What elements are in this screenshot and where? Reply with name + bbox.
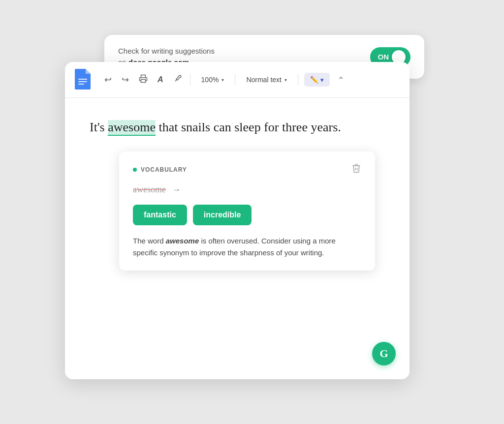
- highlighted-word: awesome: [108, 120, 156, 136]
- suggestion-header: VOCABULARY: [133, 163, 361, 176]
- svg-rect-1: [78, 81, 87, 82]
- document-text: It's awesome that snails can sleep for t…: [90, 118, 385, 137]
- style-arrow-icon: ▾: [284, 77, 287, 83]
- doc-content: It's awesome that snails can sleep for t…: [65, 98, 410, 379]
- svg-rect-2: [78, 84, 84, 85]
- notification-line1: Check for writing suggestions: [118, 47, 215, 55]
- svg-rect-3: [141, 79, 146, 82]
- edit-arrow-icon: ▾: [320, 76, 324, 84]
- grammarly-button[interactable]: G: [372, 342, 396, 365]
- print-button[interactable]: [137, 72, 150, 88]
- original-word: awesome: [133, 184, 166, 195]
- doc-text-before: It's: [90, 120, 108, 134]
- collapse-panel-button[interactable]: ⌃: [336, 73, 346, 87]
- suggestion-buttons: fantastic incredible: [133, 205, 361, 225]
- paint-format-button[interactable]: [171, 72, 184, 88]
- fantastic-button[interactable]: fantastic: [133, 205, 187, 225]
- pencil-icon: ✏️: [310, 76, 318, 84]
- zoom-arrow-icon: ▾: [221, 77, 224, 83]
- desc-before: The word: [133, 237, 166, 245]
- toolbar-separator-2: [235, 74, 235, 86]
- toggle-label: ON: [378, 53, 389, 61]
- incredible-button[interactable]: incredible: [193, 205, 252, 225]
- zoom-dropdown[interactable]: 100% ▾: [196, 73, 229, 86]
- docs-logo: [75, 69, 93, 91]
- svg-rect-0: [78, 79, 87, 80]
- dismiss-suggestion-button[interactable]: [351, 163, 361, 176]
- grammarly-logo: G: [379, 347, 388, 360]
- replacement-row: awesome →: [133, 184, 361, 195]
- text-style-value: Normal text: [246, 76, 282, 84]
- text-style-dropdown[interactable]: Normal text ▾: [241, 73, 292, 86]
- suggestion-category: VOCABULARY: [141, 166, 187, 173]
- toolbar-separator-3: [298, 74, 298, 86]
- vocabulary-dot: [133, 168, 137, 172]
- svg-line-4: [175, 79, 177, 81]
- replacement-arrow-icon: →: [173, 185, 181, 194]
- suggestion-label: VOCABULARY: [133, 166, 187, 173]
- toolbar: ↩ ↪ A 100% ▾: [65, 62, 410, 98]
- suggestion-card: VOCABULARY awesome →: [119, 151, 375, 271]
- suggestion-description: The word awesome is often overused. Cons…: [133, 235, 361, 259]
- docs-card: ↩ ↪ A 100% ▾: [65, 62, 410, 379]
- undo-button[interactable]: ↩: [102, 72, 114, 87]
- edit-mode-button[interactable]: ✏️ ▾: [304, 73, 330, 87]
- desc-bold-word: awesome: [166, 237, 199, 245]
- doc-text-after: that snails can sleep for three years.: [156, 120, 341, 134]
- zoom-value: 100%: [201, 76, 219, 84]
- text-format-button[interactable]: A: [156, 73, 165, 86]
- redo-button[interactable]: ↪: [120, 72, 131, 87]
- toolbar-separator-1: [190, 74, 190, 86]
